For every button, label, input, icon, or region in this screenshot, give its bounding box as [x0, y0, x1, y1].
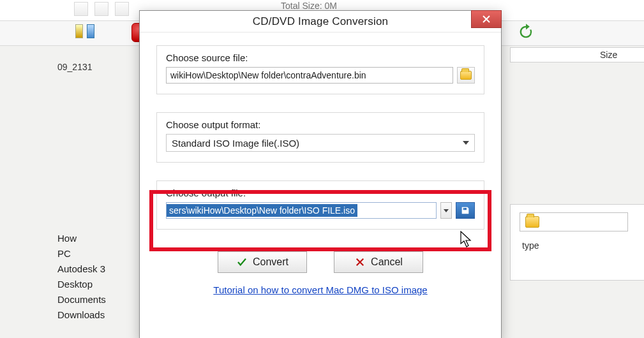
svg-rect-0 — [465, 208, 466, 210]
size-column-header: Size — [510, 47, 644, 62]
list-item: Desktop — [57, 277, 106, 292]
refresh-icon — [515, 23, 537, 41]
convert-button[interactable]: Convert — [218, 251, 307, 273]
close-icon — [482, 15, 491, 24]
convert-button-label: Convert — [253, 256, 288, 268]
list-item: Documents — [57, 292, 106, 307]
background-slice-icons — [75, 24, 94, 38]
cancel-button-label: Cancel — [371, 256, 403, 268]
total-size-label: Total Size: 0M — [281, 1, 337, 11]
background-tree-list: How PC Autodesk 3 Desktop Documents Down… — [57, 231, 106, 323]
type-label: type — [522, 240, 539, 251]
output-format-label: Choose output format: — [166, 119, 475, 130]
output-file-input[interactable]: sers\wikiHow\Desktop\New folder\ISO FILE… — [166, 202, 437, 219]
source-file-input[interactable] — [166, 67, 453, 84]
background-toolbar-icons — [74, 2, 129, 16]
list-item: Autodesk 3 — [57, 261, 106, 277]
output-format-value: Standard ISO Image file(.ISO) — [172, 138, 299, 149]
conversion-dialog: CD/DVD Image Conversion Choose source fi… — [139, 10, 502, 338]
list-item: How — [57, 231, 106, 246]
open-folder-icon — [460, 71, 472, 80]
folder-up-button[interactable] — [520, 212, 628, 231]
output-file-label: Choose output file: — [166, 187, 475, 198]
cancel-button[interactable]: Cancel — [334, 251, 423, 273]
x-icon — [354, 256, 366, 268]
check-icon — [236, 256, 248, 268]
dialog-actions: Convert Cancel — [156, 251, 484, 273]
output-file-history-button[interactable] — [440, 202, 452, 219]
background-file-label: 09_2131 — [57, 62, 93, 72]
floppy-disk-icon — [460, 205, 470, 216]
dialog-title: CD/DVD Image Conversion — [253, 15, 388, 28]
titlebar: CD/DVD Image Conversion — [140, 11, 501, 33]
output-file-group: Choose output file: sers\wikiHow\Desktop… — [156, 180, 484, 230]
save-output-button[interactable] — [456, 202, 475, 219]
list-item: PC — [57, 246, 106, 261]
chevron-down-icon — [444, 209, 449, 212]
close-button[interactable] — [471, 10, 502, 28]
chevron-down-icon — [463, 141, 469, 145]
folder-icon — [525, 216, 539, 228]
source-file-label: Choose source file: — [166, 52, 475, 63]
browse-source-button[interactable] — [457, 67, 475, 84]
tutorial-link[interactable]: Tutorial on how to convert Mac DMG to IS… — [213, 284, 427, 295]
output-format-dropdown[interactable]: Standard ISO Image file(.ISO) — [166, 134, 475, 152]
source-file-group: Choose source file: — [156, 45, 484, 94]
output-format-group: Choose output format: Standard ISO Image… — [156, 112, 484, 163]
output-file-value: sers\wikiHow\Desktop\New folder\ISO FILE… — [167, 204, 357, 217]
list-item: Downloads — [57, 307, 106, 323]
tutorial-link-row: Tutorial on how to convert Mac DMG to IS… — [156, 284, 484, 296]
background-browse-panel: type — [510, 204, 644, 281]
